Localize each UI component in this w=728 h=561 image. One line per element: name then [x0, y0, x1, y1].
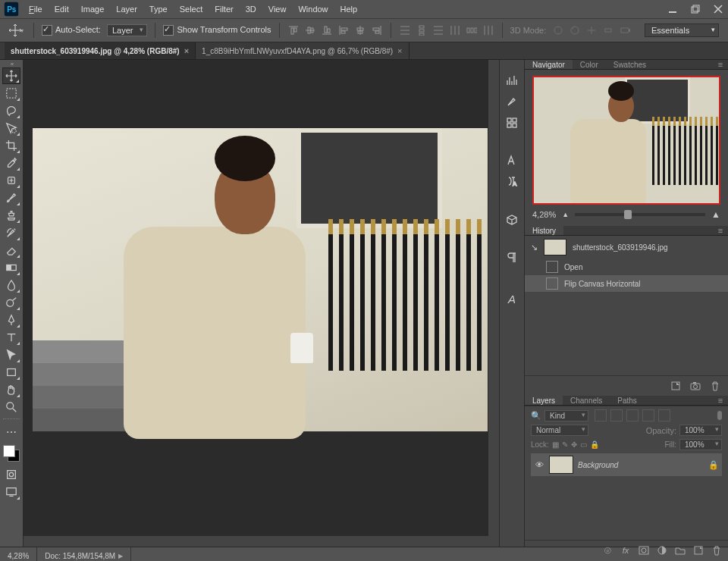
crop-tool[interactable]: [2, 137, 20, 154]
align-hcenter-icon[interactable]: [354, 24, 366, 36]
align-left-icon[interactable]: [337, 24, 350, 36]
layer-row[interactable]: 👁 Background 🔒: [531, 453, 722, 476]
zoom-out-icon[interactable]: ▲: [562, 211, 569, 218]
brush-panel-icon[interactable]: [504, 93, 520, 110]
quick-select-tool[interactable]: [2, 120, 20, 136]
menu-image[interactable]: Image: [75, 0, 111, 18]
blur-tool[interactable]: [2, 277, 20, 293]
menu-help[interactable]: Help: [334, 0, 364, 18]
lock-pixels-icon[interactable]: ▦: [552, 440, 559, 449]
panel-menu-icon[interactable]: ≡: [713, 396, 728, 405]
history-brush-source-icon[interactable]: ↘: [531, 243, 538, 252]
show-transform-checkbox[interactable]: Show Transform Controls: [163, 25, 271, 36]
layer-search-icon[interactable]: 🔍: [531, 411, 541, 421]
pen-tool[interactable]: [2, 312, 20, 328]
align-top-icon[interactable]: [287, 24, 300, 36]
tab-history[interactable]: History: [525, 226, 563, 235]
menu-3d[interactable]: 3D: [240, 0, 262, 18]
filter-adjust-icon[interactable]: [610, 409, 623, 422]
rectangle-tool[interactable]: [2, 364, 20, 381]
vertical-scrollbar[interactable]: [488, 60, 499, 536]
fill-value[interactable]: 100%: [679, 439, 722, 450]
layer-fx-icon[interactable]: fx: [620, 545, 631, 556]
menu-window[interactable]: Window: [292, 0, 334, 18]
tab-channels[interactable]: Channels: [563, 396, 610, 405]
dist-right-icon[interactable]: [482, 24, 494, 36]
filter-type-icon[interactable]: [626, 409, 639, 422]
eraser-tool[interactable]: [2, 242, 20, 259]
clone-stamp-tool[interactable]: [2, 207, 20, 224]
3d-pan-icon[interactable]: [585, 24, 598, 36]
zoom-in-icon[interactable]: ▲: [711, 209, 720, 220]
menu-select[interactable]: Select: [174, 0, 209, 18]
close-tab-icon[interactable]: ×: [184, 46, 189, 55]
menu-file[interactable]: File: [23, 0, 49, 18]
menu-filter[interactable]: Filter: [209, 0, 239, 18]
character-panel-icon[interactable]: [504, 152, 520, 169]
status-docinfo[interactable]: Doc: 154,8M/154,8M▶: [37, 547, 131, 561]
history-entry[interactable]: Flip Canvas Horizontal: [525, 275, 728, 292]
canvas-area[interactable]: [24, 60, 499, 547]
lasso-tool[interactable]: [2, 102, 20, 119]
filter-pixel-icon[interactable]: [595, 409, 607, 422]
menu-view[interactable]: View: [262, 0, 293, 18]
history-snapshot[interactable]: ↘ shutterstock_603919946.jpg: [525, 236, 728, 259]
opacity-value[interactable]: 100%: [679, 425, 722, 436]
dist-bottom-icon[interactable]: [432, 24, 444, 36]
menu-layer[interactable]: Layer: [110, 0, 143, 18]
history-entry[interactable]: Open: [525, 259, 728, 275]
close-icon[interactable]: [713, 4, 723, 14]
minimize-icon[interactable]: [667, 4, 678, 14]
libraries-panel-icon[interactable]: [504, 212, 520, 228]
dodge-tool[interactable]: [2, 294, 20, 311]
eyedropper-tool[interactable]: [2, 155, 20, 171]
filter-shape-icon[interactable]: [642, 409, 654, 422]
align-right-icon[interactable]: [371, 24, 383, 36]
status-zoom[interactable]: 4,28%: [0, 547, 37, 561]
move-tool[interactable]: [2, 67, 20, 84]
lock-brush-icon[interactable]: ✎: [562, 440, 568, 449]
navigator-zoom-slider[interactable]: [575, 213, 705, 216]
link-layers-icon[interactable]: ⦾: [602, 545, 613, 556]
new-group-icon[interactable]: [675, 545, 686, 556]
menu-edit[interactable]: Edit: [49, 0, 75, 18]
toolbox-collapse-handle[interactable]: [0, 61, 23, 66]
zoom-tool[interactable]: [2, 399, 20, 415]
blend-mode-dropdown[interactable]: Normal: [531, 425, 588, 436]
3d-zoom-icon[interactable]: [619, 24, 631, 36]
brushpresets-panel-icon[interactable]: [504, 114, 520, 131]
delete-state-icon[interactable]: [710, 381, 720, 391]
edit-toolbar-icon[interactable]: ⋯: [2, 424, 20, 440]
3d-roll-icon[interactable]: [569, 24, 581, 36]
dist-hcenter-icon[interactable]: [466, 24, 478, 36]
tab-swatches[interactable]: Swatches: [606, 60, 654, 69]
gradient-tool[interactable]: [2, 259, 20, 276]
hand-tool[interactable]: [2, 381, 20, 398]
paragraph-panel-icon[interactable]: [504, 249, 520, 266]
close-tab-icon[interactable]: ×: [397, 46, 402, 55]
layer-lock-icon[interactable]: 🔒: [708, 460, 719, 470]
lock-move-icon[interactable]: ✥: [571, 440, 577, 449]
document-canvas[interactable]: [33, 128, 488, 431]
panel-menu-icon[interactable]: ≡: [713, 226, 728, 235]
delete-layer-icon[interactable]: [711, 545, 722, 556]
glyphs-panel-icon[interactable]: A: [504, 174, 520, 190]
lock-artboard-icon[interactable]: ▭: [580, 440, 587, 449]
color-swatches[interactable]: [3, 445, 20, 462]
lock-all-icon[interactable]: 🔒: [590, 440, 599, 449]
dist-left-icon[interactable]: [449, 24, 461, 36]
workspace-switcher[interactable]: Essentials: [645, 24, 719, 37]
restore-icon[interactable]: [690, 4, 701, 14]
panel-menu-icon[interactable]: ≡: [713, 60, 728, 69]
tab-navigator[interactable]: Navigator: [525, 60, 573, 69]
tab-color[interactable]: Color: [573, 60, 606, 69]
auto-select-checkbox[interactable]: Auto-Select:: [42, 25, 101, 36]
tab-paths[interactable]: Paths: [610, 396, 645, 405]
new-snapshot-icon[interactable]: [690, 381, 701, 391]
adjustment-layer-icon[interactable]: [657, 545, 667, 556]
document-tab[interactable]: shutterstock_603919946.jpg @ 4,28% (RGB/…: [5, 42, 196, 59]
filter-toggle-icon[interactable]: [717, 411, 722, 420]
histogram-panel-icon[interactable]: [504, 72, 520, 89]
type-tool[interactable]: [2, 329, 20, 346]
layer-mask-icon[interactable]: [639, 545, 649, 556]
